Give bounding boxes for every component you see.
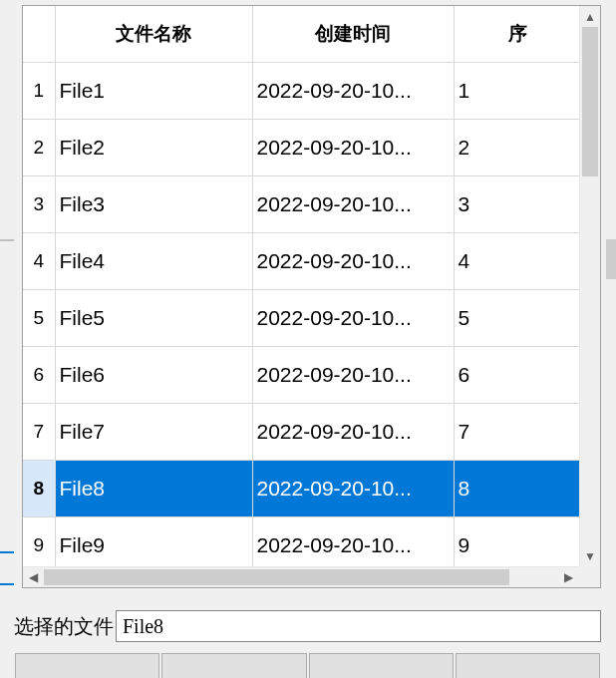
filename-cell[interactable]: File3 — [55, 175, 252, 232]
table-row[interactable]: 1File12022-09-20-10...1 — [23, 62, 579, 119]
panel-edge-highlight — [0, 551, 14, 585]
table-row[interactable]: 2File22022-09-20-10...2 — [23, 119, 579, 175]
created-time-cell[interactable]: 2022-09-20-10... — [252, 516, 454, 566]
row-number-cell[interactable]: 3 — [23, 175, 55, 232]
created-time-cell[interactable]: 2022-09-20-10... — [252, 460, 454, 516]
created-time-cell[interactable]: 2022-09-20-10... — [252, 119, 454, 175]
created-time-cell[interactable]: 2022-09-20-10... — [252, 289, 454, 346]
filename-cell[interactable]: File8 — [55, 460, 252, 516]
table-row[interactable]: 8File82022-09-20-10...8 — [23, 460, 579, 516]
created-time-cell[interactable]: 2022-09-20-10... — [252, 403, 454, 460]
vertical-scroll-thumb[interactable] — [582, 27, 598, 176]
vertical-scrollbar[interactable]: ▲ ▼ — [579, 6, 600, 566]
file-table[interactable]: 文件名称 创建时间 序 1File12022-09-20-10...12File… — [23, 6, 579, 566]
row-number-cell[interactable]: 5 — [23, 289, 55, 346]
header-created[interactable]: 创建时间 — [252, 6, 454, 62]
outer-scrollbar-fragment[interactable] — [606, 239, 616, 279]
seq-cell[interactable]: 2 — [454, 119, 579, 175]
table-header-row[interactable]: 文件名称 创建时间 序 — [23, 6, 579, 62]
table-row[interactable]: 4File42022-09-20-10...4 — [23, 232, 579, 289]
row-number-cell[interactable]: 2 — [23, 119, 55, 175]
created-time-cell[interactable]: 2022-09-20-10... — [252, 175, 454, 232]
seq-cell[interactable]: 4 — [454, 232, 579, 289]
created-time-cell[interactable]: 2022-09-20-10... — [252, 232, 454, 289]
scroll-down-icon[interactable]: ▼ — [580, 545, 600, 566]
row-number-cell[interactable]: 8 — [23, 460, 55, 516]
bottom-button-2[interactable] — [161, 653, 306, 678]
scroll-up-icon[interactable]: ▲ — [580, 6, 600, 27]
seq-cell[interactable]: 8 — [454, 460, 579, 516]
bottom-button-1[interactable] — [15, 653, 159, 678]
horizontal-scroll-thumb[interactable] — [44, 569, 509, 585]
horizontal-scrollbar[interactable]: ◀ ▶ — [23, 566, 579, 587]
seq-cell[interactable]: 6 — [454, 346, 579, 403]
row-number-cell[interactable]: 4 — [23, 232, 55, 289]
filename-cell[interactable]: File9 — [55, 516, 252, 566]
header-rownum[interactable] — [23, 6, 55, 62]
filename-cell[interactable]: File5 — [55, 289, 252, 346]
filename-cell[interactable]: File1 — [55, 62, 252, 119]
table-row[interactable]: 6File62022-09-20-10...6 — [23, 346, 579, 403]
table-row[interactable]: 3File32022-09-20-10...3 — [23, 175, 579, 232]
seq-cell[interactable]: 9 — [454, 516, 579, 566]
row-number-cell[interactable]: 1 — [23, 62, 55, 119]
row-number-cell[interactable]: 7 — [23, 403, 55, 460]
selected-file-input[interactable] — [116, 610, 601, 642]
table-row[interactable]: 9File92022-09-20-10...9 — [23, 516, 579, 566]
seq-cell[interactable]: 5 — [454, 289, 579, 346]
table-row[interactable]: 7File72022-09-20-10...7 — [23, 403, 579, 460]
selected-file-row: 选择的文件 — [14, 608, 601, 644]
created-time-cell[interactable]: 2022-09-20-10... — [252, 62, 454, 119]
selected-file-label: 选择的文件 — [14, 613, 116, 640]
filename-cell[interactable]: File7 — [55, 403, 252, 460]
filename-cell[interactable]: File2 — [55, 119, 252, 175]
header-seq[interactable]: 序 — [454, 6, 579, 62]
bottom-button-bar — [14, 653, 601, 678]
table-row[interactable]: 5File52022-09-20-10...5 — [23, 289, 579, 346]
panel-edge — [0, 239, 14, 568]
filename-cell[interactable]: File6 — [55, 346, 252, 403]
row-number-cell[interactable]: 9 — [23, 516, 55, 566]
scroll-right-icon[interactable]: ▶ — [558, 567, 579, 587]
seq-cell[interactable]: 1 — [454, 62, 579, 119]
file-table-viewport: 文件名称 创建时间 序 1File12022-09-20-10...12File… — [23, 6, 579, 566]
scroll-corner — [579, 566, 600, 587]
seq-cell[interactable]: 7 — [454, 403, 579, 460]
created-time-cell[interactable]: 2022-09-20-10... — [252, 346, 454, 403]
bottom-button-4[interactable] — [456, 653, 600, 678]
row-number-cell[interactable]: 6 — [23, 346, 55, 403]
header-filename[interactable]: 文件名称 — [55, 6, 252, 62]
file-table-container: 文件名称 创建时间 序 1File12022-09-20-10...12File… — [22, 5, 601, 588]
bottom-button-3[interactable] — [309, 653, 454, 678]
filename-cell[interactable]: File4 — [55, 232, 252, 289]
scroll-left-icon[interactable]: ◀ — [23, 567, 44, 587]
seq-cell[interactable]: 3 — [454, 175, 579, 232]
